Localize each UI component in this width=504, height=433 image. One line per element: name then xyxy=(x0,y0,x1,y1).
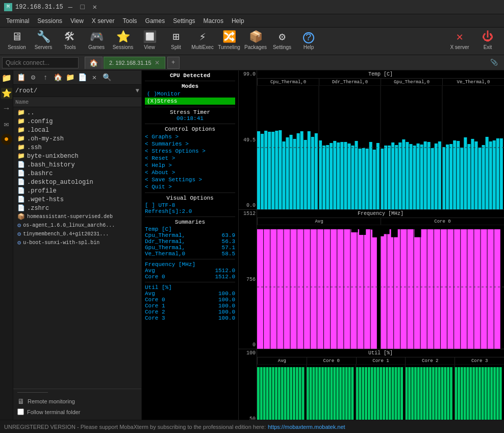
menu-terminal[interactable]: Terminal xyxy=(2,16,33,26)
left-icon-folder[interactable]: 📁 xyxy=(1,73,12,84)
menu-games[interactable]: Games xyxy=(141,16,169,26)
path-dropdown-icon[interactable]: ▼ xyxy=(136,87,139,94)
sidebar-left-icons: 📁 ⭐ → ✉ ● xyxy=(0,70,13,420)
sidebar-tool-search[interactable]: 🔍 xyxy=(101,72,112,83)
about-menu-item[interactable]: < About > xyxy=(145,169,235,176)
tab-close-icon[interactable]: ✕ xyxy=(155,59,160,66)
remote-monitoring-item[interactable]: 🖥 Remote monitoring xyxy=(17,396,137,407)
sidebar-tool-settings[interactable]: ⚙ xyxy=(28,72,39,83)
reset-menu-item[interactable]: < Reset > xyxy=(145,155,235,162)
toolbar-tunneling[interactable]: 🔀 Tunneling xyxy=(216,30,242,53)
list-item[interactable]: 📁byte-unixbench xyxy=(13,152,141,160)
toolbar-multiexec[interactable]: ⚡ MultiExec xyxy=(190,30,215,53)
stress-mode-item[interactable]: (X) Stress xyxy=(145,98,235,105)
list-item[interactable]: 📄.bash_history xyxy=(13,160,141,169)
menu-macros[interactable]: Macros xyxy=(199,16,228,26)
list-item[interactable]: ⚙tinymembench_0.4+git20231... xyxy=(13,230,141,238)
paperclip-icon[interactable]: 📎 xyxy=(488,59,500,66)
list-item[interactable]: 📄.wget-hsts xyxy=(13,195,141,204)
toolbar-sessions[interactable]: ⭐ Sessions xyxy=(110,30,136,53)
list-item[interactable]: 📄.desktop_autologin xyxy=(13,178,141,186)
sidebar-tool-up[interactable]: ↑ xyxy=(40,72,51,83)
list-item[interactable]: 📄.profile xyxy=(13,186,141,195)
temp-col-3: Ve_Thermal,0 xyxy=(442,79,504,85)
quit-menu-item[interactable]: < Quit > xyxy=(145,183,235,190)
list-item[interactable]: 📄.zshrc xyxy=(13,204,141,212)
tab-add-button[interactable]: + xyxy=(167,57,180,69)
menu-view[interactable]: View xyxy=(66,16,88,26)
list-item[interactable]: 📦homeassistant-supervised.deb xyxy=(13,212,141,221)
list-item[interactable]: 📁.config xyxy=(13,117,141,126)
freq-col-0: Avg xyxy=(257,218,381,225)
minimize-button[interactable]: — xyxy=(65,2,75,12)
sidebar-tool-newfile[interactable]: 📄 xyxy=(77,72,88,83)
menu-sessions[interactable]: Sessions xyxy=(33,16,66,26)
temp-col-2: Gpu_Thermal,0 xyxy=(381,79,442,85)
follow-folder-checkbox[interactable] xyxy=(17,408,24,415)
monitor-mode-item[interactable]: ( ) Monitor xyxy=(145,90,235,98)
multiexec-icon: ⚡ xyxy=(199,32,206,43)
summaries-menu-item[interactable]: < Summaries > xyxy=(145,140,235,148)
left-icon-send[interactable]: ✉ xyxy=(1,118,12,130)
deb-icon: 📦 xyxy=(17,213,25,221)
util-chart-section: 100 50 0 Util [%] Avg Core 0 Core 1 Core… xyxy=(239,349,504,420)
menu-help[interactable]: Help xyxy=(228,16,248,26)
toolbar-settings[interactable]: ⚙ Settings xyxy=(269,30,295,53)
stress-label: Stress xyxy=(157,98,178,104)
path-bar: ▼ xyxy=(13,85,141,97)
graphs-menu-item[interactable]: < Graphs > xyxy=(145,133,235,140)
toolbar-games[interactable]: 🎮 Games xyxy=(84,30,109,53)
list-item[interactable]: 📄.bashrc xyxy=(13,169,141,178)
list-item[interactable]: 📁.local xyxy=(13,126,141,134)
title-bar: M 192.168.31.15 — □ ✕ xyxy=(0,0,504,14)
sidebar-tool-folder[interactable]: 📁 xyxy=(64,72,75,83)
path-input[interactable] xyxy=(15,87,136,94)
list-item[interactable]: 📁.oh-my-zsh xyxy=(13,134,141,143)
toolbar-servers[interactable]: 🔧 Servers xyxy=(31,30,56,53)
toolbar-session[interactable]: 🖥 Session xyxy=(4,30,30,53)
help-label: Help xyxy=(304,44,314,50)
menu-xserver[interactable]: X server xyxy=(88,16,119,26)
control-options-title: Control Options xyxy=(145,126,235,132)
freq-col-1: Core 0 xyxy=(381,218,504,225)
toolbar-help[interactable]: ? Help xyxy=(296,30,321,53)
freq-y-mid: 756 xyxy=(246,277,256,282)
help-menu-item[interactable]: < Help > xyxy=(145,162,235,169)
list-item[interactable]: 📁.. xyxy=(13,108,141,117)
close-button[interactable]: ✕ xyxy=(90,2,100,12)
session-label: Session xyxy=(8,44,26,50)
stress-options-menu-item[interactable]: < Stress Options > xyxy=(145,148,235,155)
home-tab[interactable]: 🏠 xyxy=(85,57,103,69)
menu-settings[interactable]: Settings xyxy=(169,16,199,26)
toolbar-packages[interactable]: 📦 Packages xyxy=(243,30,268,53)
save-settings-menu-item[interactable]: < Save Settings > xyxy=(145,176,235,183)
left-icon-circle[interactable]: ● xyxy=(1,134,12,145)
left-icon-star[interactable]: ⭐ xyxy=(1,88,12,99)
menu-tools[interactable]: Tools xyxy=(119,16,141,26)
toolbar-split[interactable]: ⊞ Split xyxy=(163,30,189,53)
left-icon-arrow[interactable]: → xyxy=(1,103,12,114)
maximize-button[interactable]: □ xyxy=(78,2,88,12)
util-core0-row: Core 0 100.0 xyxy=(145,297,235,303)
status-text: UNREGISTERED VERSION - Please support Mo… xyxy=(4,424,266,430)
toolbar-view[interactable]: 🔲 View xyxy=(137,30,162,53)
util-y-axis: 100 50 0 xyxy=(239,349,257,420)
toolbar-xserver[interactable]: ✕ X server xyxy=(445,30,474,53)
util-core2-value: 100.0 xyxy=(218,309,235,315)
sidebar-tool-home[interactable]: 🏠 xyxy=(52,72,63,83)
sidebar-tool-delete[interactable]: ✕ xyxy=(89,72,100,83)
status-link[interactable]: https://mobaxterm.mobatek.net xyxy=(268,424,345,430)
utf8-checkbox[interactable]: [ ] UTF-8 xyxy=(145,202,235,208)
tab-192-168-31-15[interactable]: 2. 192.168.31.15 ✕ xyxy=(104,57,165,69)
toolbar-tools[interactable]: 🛠 Tools xyxy=(57,30,83,53)
toolbar-exit[interactable]: ⏻ Exit xyxy=(475,30,500,53)
list-item[interactable]: ⚙os-agent_1.6.0_linux_aarch6... xyxy=(13,221,141,230)
gpu-thermal-value: 57.1 xyxy=(222,245,235,251)
list-item[interactable]: ⚙u-boot-sunxi-with-spl.bin xyxy=(13,238,141,247)
follow-folder-item[interactable]: Follow terminal folder xyxy=(17,407,137,417)
quick-connect-input[interactable] xyxy=(2,57,79,68)
file-list-col-name: Name xyxy=(15,99,29,105)
list-item[interactable]: 📁.ssh xyxy=(13,143,141,152)
split-icon: ⊞ xyxy=(172,32,179,43)
sidebar-tool-copy[interactable]: 📋 xyxy=(15,72,27,83)
